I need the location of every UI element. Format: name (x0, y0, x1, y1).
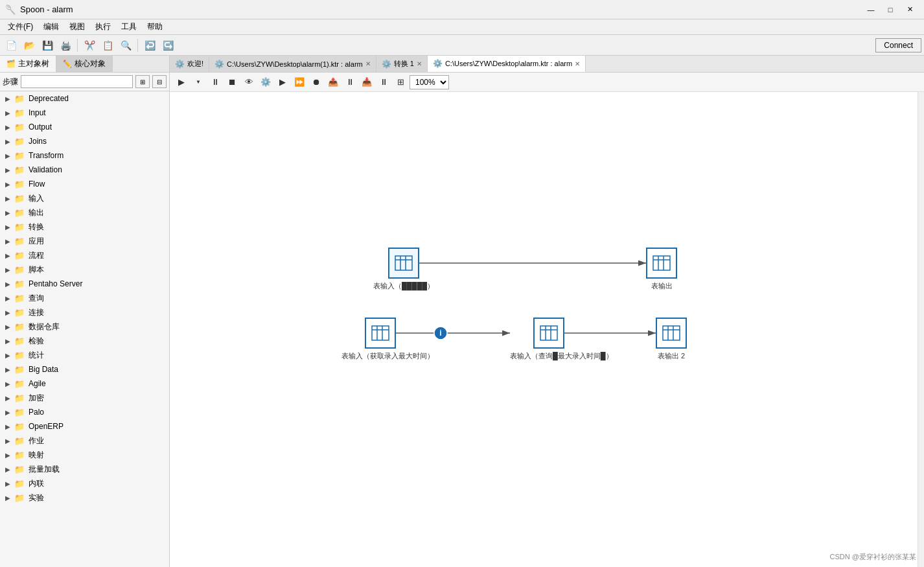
tree-arrow: ▶ (5, 494, 14, 502)
node-table-input-1[interactable]: 表输入（█████） (373, 248, 434, 291)
zoom-select[interactable]: 100% 75% 50% 150% 200% (410, 75, 449, 89)
tree-item[interactable]: ▶ 📁 OpenERP (0, 419, 169, 434)
pause3-btn[interactable]: ⏸ (376, 75, 391, 90)
toolbar-copy[interactable]: 📋 (99, 37, 116, 54)
tree-arrow: ▶ (5, 266, 14, 273)
tab-close-btn[interactable]: ✕ (365, 60, 371, 67)
folder-icon: 📁 (14, 122, 26, 132)
search-expand-btn[interactable]: ⊞ (135, 75, 150, 88)
tree-item[interactable]: ▶ 📁 批量加载 (0, 462, 169, 476)
left-panel: 🗂️ 主对象树 ✏️ 核心对象 步骤 ⊞ ⊟ ▶ 📁 Deprecated ▶ … (0, 56, 170, 567)
toolbar-new[interactable]: 📄 (3, 37, 19, 54)
menu-item-视图[interactable]: 视图 (64, 20, 90, 34)
tree-item[interactable]: ▶ 📁 查询 (0, 291, 169, 305)
menu-item-执行[interactable]: 执行 (90, 20, 116, 34)
tree-item[interactable]: ▶ 📁 实验 (0, 491, 169, 505)
tree-item[interactable]: ▶ 📁 应用 (0, 234, 169, 248)
tab-close-btn[interactable]: ✕ (417, 60, 422, 67)
record-btn[interactable]: ⏺ (308, 75, 324, 90)
panel-tabs: 🗂️ 主对象树 ✏️ 核心对象 (0, 56, 169, 73)
tab-close-btn[interactable]: ✕ (575, 60, 580, 67)
node-table-input-2[interactable]: 表输入（获取录入最大时间） (341, 318, 419, 361)
run-btn[interactable]: ▶ (174, 75, 189, 90)
tab-label: C:\Users\ZYW\Desktop\alarm(1).ktr : alar… (227, 60, 363, 68)
search-collapse-btn[interactable]: ⊟ (152, 75, 167, 88)
folder-icon: 📁 (14, 137, 26, 146)
toolbar-save-as[interactable]: 🖨️ (57, 37, 74, 54)
scrollbar-right[interactable] (918, 92, 924, 567)
run2-btn[interactable]: ▶ (275, 75, 290, 90)
tree-item[interactable]: ▶ 📁 作业 (0, 434, 169, 448)
menu-item-工具[interactable]: 工具 (116, 20, 142, 34)
tree-item[interactable]: ▶ 📁 映射 (0, 448, 169, 462)
tree-item[interactable]: ▶ 📁 数据仓库 (0, 319, 169, 334)
tree-item[interactable]: ▶ 📁 输入 (0, 191, 169, 205)
tree-item[interactable]: ▶ 📁 Deprecated (0, 91, 169, 106)
folder-icon: 📁 (14, 208, 26, 218)
canvas-tab[interactable]: ⚙️ C:\Users\ZYW\Desktop\alarm(1).ktr : a… (209, 56, 376, 72)
folder-icon: 📁 (14, 251, 26, 260)
tree-item[interactable]: ▶ 📁 加密 (0, 391, 169, 405)
node-table-output-2[interactable]: 表输出 2 (656, 318, 687, 361)
tree-item-label: Big Data (29, 365, 58, 374)
folder-icon: 📁 (14, 265, 26, 275)
right-panel: ⚙️ 欢迎!⚙️ C:\Users\ZYW\Desktop\alarm(1).k… (170, 56, 924, 567)
tree-item[interactable]: ▶ 📁 内联 (0, 476, 169, 491)
tree-item[interactable]: ▶ 📁 Pentaho Server (0, 277, 169, 291)
toolbar-cut[interactable]: ✂️ (81, 37, 98, 54)
tree-item[interactable]: ▶ 📁 输出 (0, 205, 169, 220)
main-layout: 🗂️ 主对象树 ✏️ 核心对象 步骤 ⊞ ⊟ ▶ 📁 Deprecated ▶ … (0, 56, 924, 567)
tree-item[interactable]: ▶ 📁 转换 (0, 220, 169, 234)
tab-label: C:\Users\ZYW\Desktop\alarm.ktr : alarm (445, 60, 572, 67)
menu-item-文件(F)[interactable]: 文件(F) (3, 20, 38, 34)
pause2-btn[interactable]: ⏸ (342, 75, 358, 90)
tree-item[interactable]: ▶ 📁 Flow (0, 177, 169, 191)
tree-item[interactable]: ▶ 📁 Big Data (0, 362, 169, 376)
toolbar-redo[interactable]: ↪️ (159, 37, 176, 54)
tree-item[interactable]: ▶ 📁 Output (0, 120, 169, 134)
close-button[interactable]: ✕ (901, 3, 919, 17)
config-btn[interactable]: ⚙️ (258, 75, 273, 90)
maximize-button[interactable]: □ (881, 3, 899, 17)
import-btn[interactable]: 📥 (359, 75, 375, 90)
connect-button[interactable]: Connect (875, 38, 921, 52)
node-table-output-1[interactable]: 表输出 (646, 248, 677, 291)
toolbar-search[interactable]: 🔍 (117, 37, 134, 54)
canvas-tab[interactable]: ⚙️ 转换 1✕ (376, 56, 428, 72)
pause-btn[interactable]: ⏸ (207, 75, 223, 90)
grid-btn[interactable]: ⊞ (393, 75, 408, 90)
tab-core-objects[interactable]: ✏️ 核心对象 (56, 56, 113, 72)
tree-item[interactable]: ▶ 📁 流程 (0, 248, 169, 262)
toolbar-undo[interactable]: ↩️ (141, 37, 158, 54)
tree-item[interactable]: ▶ 📁 统计 (0, 348, 169, 362)
tree-item[interactable]: ▶ 📁 Transform (0, 148, 169, 163)
tree-arrow: ▶ (5, 295, 14, 302)
minimize-button[interactable]: — (862, 3, 880, 17)
tree-item[interactable]: ▶ 📁 Joins (0, 134, 169, 148)
skip-btn[interactable]: ⏩ (292, 75, 307, 90)
canvas-tab[interactable]: ⚙️ 欢迎! (170, 56, 209, 72)
tree-item-label: 脚本 (29, 264, 44, 275)
node-table-input-3[interactable]: 表输入（查询█最大录入时间█） (510, 318, 588, 361)
tree-item[interactable]: ▶ 📁 Agile (0, 376, 169, 391)
export-btn[interactable]: 📤 (325, 75, 341, 90)
tree-item[interactable]: ▶ 📁 检验 (0, 334, 169, 348)
folder-icon: 📁 (14, 179, 26, 189)
menu-item-帮助[interactable]: 帮助 (142, 20, 168, 34)
search-input[interactable] (21, 75, 133, 88)
tree-item-label: Pentaho Server (29, 279, 82, 288)
folder-icon: 📁 (14, 151, 26, 161)
tree-item[interactable]: ▶ 📁 Validation (0, 163, 169, 177)
menu-item-编辑[interactable]: 编辑 (38, 20, 64, 34)
tree-item[interactable]: ▶ 📁 连接 (0, 305, 169, 319)
toolbar-open[interactable]: 📂 (21, 37, 38, 54)
tree-item[interactable]: ▶ 📁 脚本 (0, 262, 169, 277)
tree-item[interactable]: ▶ 📁 Input (0, 106, 169, 120)
toolbar-save[interactable]: 💾 (39, 37, 56, 54)
run-dropdown-btn[interactable]: ▼ (191, 75, 206, 90)
tree-item[interactable]: ▶ 📁 Palo (0, 405, 169, 419)
preview-btn[interactable]: 👁 (241, 75, 257, 90)
canvas-tab[interactable]: ⚙️ C:\Users\ZYW\Desktop\alarm.ktr : alar… (428, 56, 586, 72)
stop-btn[interactable]: ⏹ (224, 75, 240, 90)
tab-main-objects[interactable]: 🗂️ 主对象树 (0, 56, 56, 72)
